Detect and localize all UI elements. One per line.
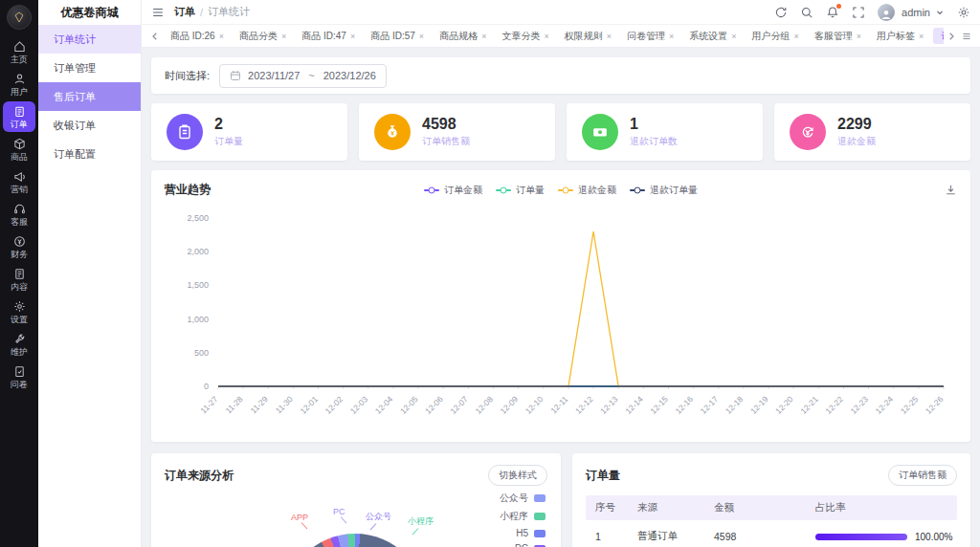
rail-item-goods[interactable]: 商品 bbox=[3, 134, 35, 164]
user-icon bbox=[13, 73, 26, 85]
tabs-scroll-right-icon[interactable] bbox=[944, 32, 959, 41]
close-icon[interactable]: × bbox=[219, 32, 224, 41]
svg-text:12-20: 12-20 bbox=[773, 394, 795, 416]
rail-item-maintain[interactable]: 维护 bbox=[3, 329, 35, 360]
pie-callout: PC bbox=[333, 507, 345, 516]
close-icon[interactable]: × bbox=[793, 32, 798, 41]
notifications-bell-icon[interactable] bbox=[826, 6, 839, 19]
legend-item[interactable]: H5 bbox=[500, 528, 546, 538]
sidebar-item-aftersale-orders[interactable]: 售后订单 bbox=[38, 82, 141, 111]
sidebar-item-cashier-orders[interactable]: 收银订单 bbox=[38, 111, 141, 140]
ratio-value: 100.00% bbox=[915, 532, 952, 542]
legend-item[interactable]: 小程序 bbox=[500, 510, 546, 523]
tab-item[interactable]: 商品 ID:26× bbox=[163, 25, 232, 47]
svg-text:12-14: 12-14 bbox=[623, 394, 645, 416]
tab-item[interactable]: 问卷管理× bbox=[619, 25, 681, 47]
topbar: 订单 / 订单统计 bbox=[142, 0, 980, 25]
date-range-picker[interactable]: 2023/11/27 ~ 2023/12/26 bbox=[219, 64, 387, 88]
brand-logo-icon[interactable] bbox=[7, 5, 32, 30]
legend-item[interactable]: PC bbox=[500, 543, 546, 547]
close-icon[interactable]: × bbox=[857, 32, 861, 41]
chevron-down-icon[interactable] bbox=[935, 8, 945, 17]
svg-text:12-25: 12-25 bbox=[899, 394, 921, 416]
tab-item[interactable]: 商品 ID:47× bbox=[294, 25, 363, 47]
svg-text:1,000: 1,000 bbox=[187, 315, 209, 324]
breadcrumb-section[interactable]: 订单 bbox=[174, 5, 195, 19]
legend-item[interactable]: 订单量 bbox=[496, 184, 545, 197]
stat-card-sales: 4598 订单销售额 bbox=[359, 103, 555, 161]
tab-item[interactable]: 商品分类× bbox=[232, 25, 294, 47]
close-icon[interactable]: × bbox=[281, 32, 286, 41]
user-avatar[interactable] bbox=[878, 4, 895, 21]
rail-item-survey[interactable]: 问卷 bbox=[3, 361, 35, 392]
download-icon[interactable] bbox=[945, 184, 957, 196]
rail-item-label: 设置 bbox=[11, 315, 28, 324]
close-icon[interactable]: × bbox=[731, 32, 736, 41]
tab-label: 系统设置 bbox=[689, 30, 727, 43]
search-icon[interactable] bbox=[800, 6, 813, 19]
legend-label: H5 bbox=[516, 528, 528, 538]
tabs-menu-icon[interactable] bbox=[959, 32, 974, 41]
refresh-icon[interactable] bbox=[774, 6, 788, 19]
svg-text:12-05: 12-05 bbox=[398, 394, 420, 416]
rail-item-label: 用户 bbox=[11, 87, 28, 97]
tab-item[interactable]: 商品规格× bbox=[432, 25, 494, 47]
close-icon[interactable]: × bbox=[350, 32, 355, 41]
svg-text:12-21: 12-21 bbox=[798, 394, 820, 416]
svg-text:11-27: 11-27 bbox=[198, 394, 219, 415]
tab-bar: 商品 ID:26× 商品分类× 商品 ID:47× 商品 ID:57× 商品规格… bbox=[142, 25, 980, 48]
close-icon[interactable]: × bbox=[919, 32, 924, 41]
rail-item-service[interactable]: 客服 bbox=[3, 199, 35, 230]
topbar-actions: admin bbox=[774, 4, 970, 21]
tabs-scroll-left-icon[interactable] bbox=[147, 32, 163, 41]
close-icon[interactable]: × bbox=[607, 32, 612, 41]
rail-item-settings[interactable]: 设置 bbox=[3, 296, 35, 327]
breadcrumb-page: 订单统计 bbox=[208, 5, 250, 19]
settings-gear-icon[interactable] bbox=[957, 6, 970, 19]
username[interactable]: admin bbox=[902, 7, 930, 18]
rail-item-user[interactable]: 用户 bbox=[3, 69, 35, 99]
sidebar-item-order-stats[interactable]: 订单统计 bbox=[38, 25, 141, 54]
legend-item[interactable]: 退款订单量 bbox=[630, 184, 698, 197]
fullscreen-icon[interactable] bbox=[852, 6, 865, 19]
legend-swatch bbox=[534, 513, 546, 520]
collapse-menu-icon[interactable] bbox=[151, 6, 165, 19]
pie-chart[interactable] bbox=[283, 534, 427, 547]
time-filter-label: 时间选择: bbox=[165, 69, 210, 83]
tab-item[interactable]: 商品 ID:57× bbox=[363, 25, 432, 47]
stat-label: 退款订单数 bbox=[630, 135, 678, 148]
rail-item-finance[interactable]: 财务 bbox=[3, 231, 35, 262]
tab-item[interactable]: 权限规则× bbox=[557, 25, 619, 47]
legend-item[interactable]: 订单金额 bbox=[424, 184, 482, 197]
close-icon[interactable]: × bbox=[669, 32, 674, 41]
close-icon[interactable]: × bbox=[481, 32, 486, 41]
tab-item[interactable]: 客服管理× bbox=[807, 25, 869, 47]
tab-item-active[interactable]: 订单统计× bbox=[933, 28, 944, 44]
tab-label: 商品 ID:26 bbox=[170, 30, 215, 43]
sidebar-item-order-manage[interactable]: 订单管理 bbox=[38, 54, 141, 82]
ratio-bar bbox=[815, 534, 907, 540]
tab-item[interactable]: 文章分类× bbox=[494, 25, 556, 47]
sidebar-item-order-config[interactable]: 订单配置 bbox=[38, 140, 141, 168]
order-icon bbox=[13, 105, 26, 118]
close-icon[interactable]: × bbox=[544, 32, 548, 41]
bottom-row: 订单来源分析 切换样式 公众号 小程序 H5 PC APP APP PC 公众号… bbox=[151, 453, 970, 547]
rail-item-home[interactable]: 主页 bbox=[3, 36, 35, 67]
rail-item-orders[interactable]: 订单 bbox=[3, 101, 35, 132]
tab-item[interactable]: 用户分组× bbox=[744, 25, 806, 47]
tab-item[interactable]: 用户标签× bbox=[869, 25, 931, 47]
legend-item[interactable]: 退款金额 bbox=[558, 184, 616, 197]
tab-label: 用户分组 bbox=[751, 30, 790, 43]
tab-item[interactable]: 系统设置× bbox=[681, 25, 744, 47]
order-sales-button[interactable]: 订单销售额 bbox=[888, 465, 957, 486]
order-source-table: 序号 来源 金额 占比率 1 普通订单 4598 100.00% bbox=[586, 495, 957, 547]
stat-value: 4598 bbox=[422, 116, 470, 133]
rail-item-marketing[interactable]: 营销 bbox=[3, 166, 35, 197]
order-source-card: 订单来源分析 切换样式 公众号 小程序 H5 PC APP APP PC 公众号… bbox=[151, 453, 561, 547]
rail-item-content[interactable]: 内容 bbox=[3, 264, 35, 295]
close-icon[interactable]: × bbox=[419, 32, 424, 41]
primary-sidebar: 主页 用户 订单 商品 营销 客服 财务 内容 bbox=[0, 0, 38, 547]
toggle-style-button[interactable]: 切换样式 bbox=[488, 465, 547, 486]
legend-item[interactable]: 公众号 bbox=[500, 492, 546, 505]
table-row[interactable]: 1 普通订单 4598 100.00% bbox=[586, 520, 957, 547]
